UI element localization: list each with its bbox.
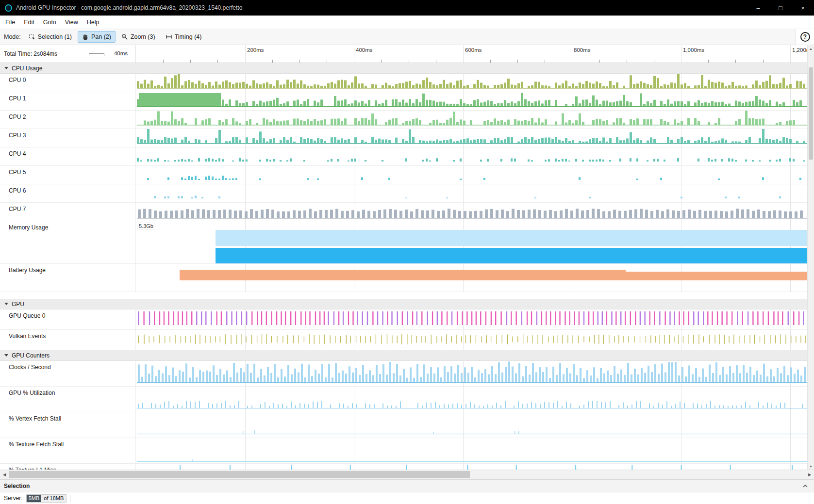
- track-chart[interactable]: [136, 184, 814, 202]
- menu-item-edit[interactable]: Edit: [19, 16, 39, 29]
- track-label: % Vertex Fetch Stall: [0, 412, 136, 438]
- track-chart[interactable]: [136, 412, 814, 438]
- help-button[interactable]: ?: [796, 29, 814, 45]
- ruler-minor-tick: [545, 60, 545, 63]
- mode-button-label: Selection (1): [38, 33, 72, 40]
- pan-hand-icon: [82, 33, 89, 40]
- scale-label: 40ms: [114, 50, 128, 56]
- vertical-scroll-thumb[interactable]: [809, 67, 813, 160]
- menu-item-file[interactable]: File: [1, 16, 19, 29]
- track-label: Vulkan Events: [0, 330, 136, 350]
- mode-button-pan[interactable]: Pan (2): [78, 31, 116, 43]
- mode-button-selection[interactable]: Selection (1): [24, 31, 76, 43]
- track-row-gpu-queue-0: GPU Queue 0: [0, 309, 814, 330]
- section-header-cpu-usage[interactable]: CPU Usage: [0, 63, 814, 74]
- ruler-tick-label: 200ms: [247, 47, 264, 53]
- track-chart[interactable]: [136, 203, 814, 221]
- ruler-minor-tick: [708, 60, 709, 63]
- menu-item-view[interactable]: View: [61, 16, 83, 29]
- mode-button-label: Timing (4): [175, 33, 202, 40]
- track-label: CPU 6: [0, 184, 136, 202]
- track-chart[interactable]: [136, 309, 814, 329]
- menu-item-help[interactable]: Help: [83, 16, 104, 29]
- track-chart[interactable]: [136, 74, 814, 92]
- track-row-cpu-6: CPU 6: [0, 184, 814, 203]
- track-viewport: CPU UsageCPU 0CPU 1CPU 2CPU 3CPU 4CPU 5C…: [0, 63, 814, 470]
- track-label: CPU 1: [0, 92, 136, 110]
- selection-panel-header: Selection: [0, 479, 814, 492]
- track-row-vulkan-events: Vulkan Events: [0, 330, 814, 350]
- track-chart[interactable]: [136, 111, 814, 129]
- ruler-tick-label: 400ms: [356, 47, 373, 53]
- track-label: CPU 2: [0, 111, 136, 129]
- menu-item-goto[interactable]: Goto: [39, 16, 61, 29]
- ruler-timeline[interactable]: 200ms400ms600ms800ms1,000ms1,200ms: [136, 45, 814, 63]
- section-header-gpu-counters[interactable]: GPU Counters: [0, 350, 814, 361]
- track-label: GPU Queue 0: [0, 309, 136, 329]
- server-progress: 5MB of 18MB: [26, 494, 67, 503]
- title-bar: Android GPU Inspector - com.google.andro…: [0, 0, 814, 16]
- zoom-icon: [121, 33, 128, 40]
- ruler-major-tick: [572, 45, 572, 63]
- ruler-minor-tick: [163, 60, 164, 63]
- mode-button-timing[interactable]: Timing (4): [161, 31, 206, 43]
- track-row-gpu-utilization: GPU % Utilization: [0, 387, 814, 412]
- window-title: Android GPU Inspector - com.google.andro…: [16, 4, 242, 11]
- track-label: CPU 5: [0, 166, 136, 184]
- ruler-minor-tick: [272, 60, 273, 63]
- track-chart[interactable]: [136, 264, 814, 292]
- vertical-scrollbar[interactable]: ▲ ▼: [807, 45, 814, 470]
- track-row-vertex-fetch-stall: % Vertex Fetch Stall: [0, 412, 814, 438]
- maximize-button[interactable]: □: [769, 0, 792, 16]
- track-label: Memory Usage: [0, 221, 136, 263]
- section-header-label: GPU: [12, 301, 24, 308]
- track-row-memory-usage: Memory Usage5.3Gb: [0, 221, 814, 264]
- track-chart[interactable]: 5.3Gb: [136, 221, 814, 263]
- track-chart[interactable]: [136, 92, 814, 110]
- scroll-left-arrow-icon[interactable]: ◀: [0, 470, 9, 479]
- ruler-major-tick: [681, 45, 681, 63]
- collapse-panel-chevron-icon[interactable]: [802, 480, 808, 492]
- mode-buttons: Selection (1)Pan (2)Zoom (3)Timing (4): [24, 31, 208, 43]
- ruler-minor-tick: [409, 60, 409, 63]
- mode-label: Mode:: [4, 33, 21, 40]
- scroll-right-arrow-icon[interactable]: ▶: [805, 470, 814, 479]
- track-chart[interactable]: [136, 129, 814, 147]
- horizontal-scroll-thumb[interactable]: [9, 471, 470, 478]
- track-row-texture-l1-miss: % Texture L1 Miss: [0, 464, 814, 470]
- track-row-texture-fetch-stall: % Texture Fetch Stall: [0, 438, 814, 464]
- scroll-up-arrow-icon[interactable]: ▲: [808, 45, 814, 52]
- ruler-minor-tick: [436, 60, 436, 63]
- toolbar: Mode: Selection (1)Pan (2)Zoom (3)Timing…: [0, 29, 814, 45]
- mode-button-zoom[interactable]: Zoom (3): [117, 31, 160, 43]
- track-chart[interactable]: [136, 147, 814, 165]
- track-row-cpu-4: CPU 4: [0, 147, 814, 166]
- ruler-minor-tick: [217, 60, 218, 63]
- track-label: % Texture Fetch Stall: [0, 438, 136, 463]
- track-label: CPU 3: [0, 129, 136, 147]
- ruler-minor-tick: [381, 60, 382, 63]
- section-header-gpu[interactable]: GPU: [0, 299, 814, 309]
- mode-button-label: Pan (2): [91, 33, 111, 40]
- mode-button-label: Zoom (3): [131, 33, 155, 40]
- track-chart[interactable]: [136, 330, 814, 350]
- minimize-button[interactable]: –: [747, 0, 769, 16]
- track-chart[interactable]: [136, 166, 814, 184]
- track-chart[interactable]: [136, 464, 814, 470]
- track-chart[interactable]: [136, 438, 814, 463]
- server-label: Server:: [4, 495, 23, 502]
- ruler-tick-label: 1,000ms: [683, 47, 704, 53]
- timing-icon: [166, 33, 172, 40]
- track-list: CPU UsageCPU 0CPU 1CPU 2CPU 3CPU 4CPU 5C…: [0, 63, 814, 470]
- ruler-major-tick: [790, 45, 791, 63]
- ruler-major-tick: [354, 45, 354, 63]
- track-chart[interactable]: [136, 361, 814, 386]
- horizontal-scrollbar[interactable]: ◀ ▶: [0, 470, 814, 479]
- close-button[interactable]: ×: [792, 0, 814, 16]
- ruler-minor-tick: [599, 60, 600, 63]
- track-row-cpu-0: CPU 0: [0, 74, 814, 92]
- scroll-down-arrow-icon[interactable]: ▼: [808, 463, 814, 470]
- ruler-minor-tick: [190, 60, 191, 63]
- track-chart[interactable]: [136, 387, 814, 412]
- track-row-cpu-1: CPU 1: [0, 92, 814, 111]
